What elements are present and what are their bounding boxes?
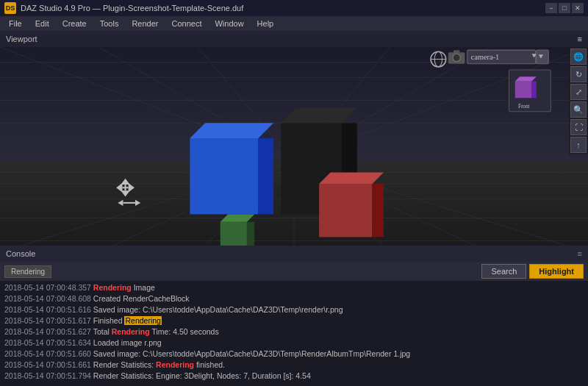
log-line: 2018-05-14 07:00:51.794 Render Statistic… <box>4 371 584 382</box>
viewport-header: Viewport ≡ <box>0 31 588 47</box>
menu-item-edit[interactable]: Edit <box>29 18 55 29</box>
log-line: 2018-05-14 07:00:51.616 Saved image: C:\… <box>4 304 584 315</box>
svg-point-49 <box>453 54 460 61</box>
log-line: 2018-05-14 07:00:51.660 Saved image: C:\… <box>4 349 584 360</box>
menu-item-help[interactable]: Help <box>251 18 280 29</box>
svg-rect-50 <box>453 50 459 53</box>
viewport-header-icon: ≡ <box>578 35 582 43</box>
right-toolbar: 🌐 ↻ ⤢ 🔍 ⛶ ↑ <box>569 47 588 154</box>
menu-item-tools[interactable]: Tools <box>94 18 125 29</box>
toolbar-btn-frame[interactable]: ⛶ <box>570 119 587 135</box>
maximize-button[interactable]: □ <box>559 3 570 13</box>
minimize-button[interactable]: − <box>545 3 557 13</box>
svg-rect-41 <box>122 187 128 188</box>
highlight-button[interactable]: Highlight <box>529 264 584 279</box>
svg-text:Front: Front <box>518 104 530 110</box>
title-bar-left: DS DAZ Studio 4.9 Pro — Plugin-Screensho… <box>4 2 243 14</box>
toolbar-btn-rotate[interactable]: ↻ <box>570 66 587 82</box>
svg-rect-35 <box>247 222 254 246</box>
viewport: camera-1 Front 🌐 ↻ ⤢ 🔍 ⛶ ↑ <box>0 47 588 246</box>
log-line: 2018-05-14 07:00:51.627 Total Rendering … <box>4 326 584 337</box>
menu-item-create[interactable]: Create <box>57 18 93 29</box>
close-button[interactable]: ✕ <box>572 3 584 13</box>
viewport-label: Viewport <box>6 35 37 43</box>
svg-rect-30 <box>319 184 372 237</box>
console-log[interactable]: 2018-05-14 07:00:48.357 Rendering Image2… <box>0 281 588 386</box>
window-controls: − □ ✕ <box>545 3 584 13</box>
menu-item-render[interactable]: Render <box>126 18 164 29</box>
log-line: 2018-05-14 07:00:51.661 Render Statistic… <box>4 360 584 371</box>
menu-item-file[interactable]: File <box>3 18 28 29</box>
search-bar: Rendering Search Highlight <box>0 262 588 281</box>
console-label: Console <box>6 249 35 258</box>
log-line: 2018-05-14 07:00:51.634 Loaded image r.p… <box>4 337 584 349</box>
scene-svg: camera-1 Front <box>0 47 588 246</box>
menu-bar: FileEditCreateToolsRenderConnectWindowHe… <box>0 16 588 31</box>
svg-rect-33 <box>220 222 247 246</box>
log-line: 2018-05-14 07:00:48.357 Rendering Image <box>4 282 584 293</box>
toolbar-btn-expand[interactable]: ⤢ <box>570 84 587 100</box>
menu-item-connect[interactable]: Connect <box>166 18 208 29</box>
status-badge: Rendering <box>4 265 51 278</box>
svg-rect-57 <box>515 82 532 99</box>
svg-rect-32 <box>372 184 384 237</box>
toolbar-btn-up[interactable]: ↑ <box>570 137 587 153</box>
menu-item-window[interactable]: Window <box>209 18 249 29</box>
svg-rect-26 <box>258 138 273 214</box>
console-section: Console ≡ Rendering Search Highlight 201… <box>0 246 588 386</box>
toolbar-btn-search[interactable]: 🔍 <box>570 101 587 118</box>
log-line: 2018-05-14 07:00:48.608 Created RenderCa… <box>4 293 584 304</box>
svg-rect-59 <box>532 82 537 99</box>
title-text: DAZ Studio 4.9 Pro — Plugin-Screenshot-T… <box>21 4 243 12</box>
log-line: 2018-05-14 07:00:51.617 Finished Renderi… <box>4 315 584 326</box>
svg-rect-24 <box>190 138 258 214</box>
title-bar: DS DAZ Studio 4.9 Pro — Plugin-Screensho… <box>0 0 588 16</box>
console-header: Console ≡ <box>0 246 588 262</box>
svg-text:camera-1: camera-1 <box>471 53 499 61</box>
app-icon: DS <box>4 2 16 14</box>
toolbar-btn-globe[interactable]: 🌐 <box>570 49 587 65</box>
console-header-icon: ≡ <box>578 249 582 258</box>
search-button[interactable]: Search <box>481 264 526 279</box>
svg-rect-54 <box>537 50 549 64</box>
